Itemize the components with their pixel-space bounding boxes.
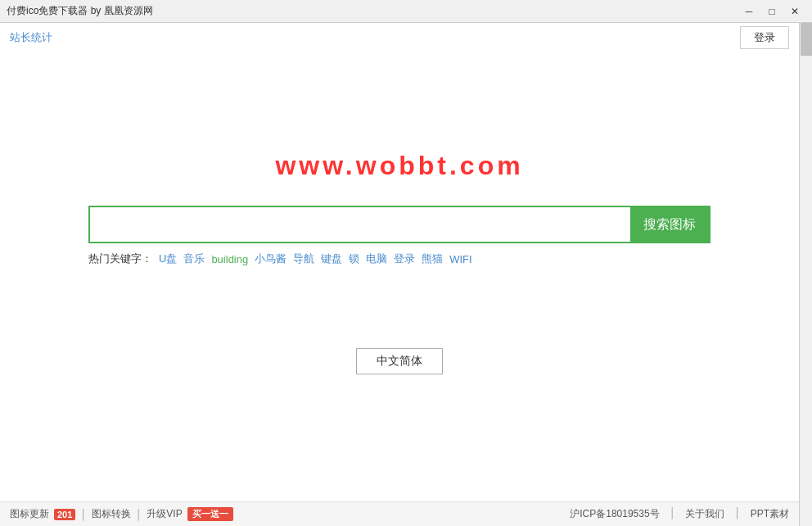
keyword-link[interactable]: 熊猫	[422, 252, 443, 266]
hot-label: 热门关键字：	[88, 252, 152, 266]
main-area: 站长统计 登录 www.wobbt.com 搜索图标 热门关键字： U盘音乐bu…	[0, 23, 799, 526]
hot-keywords: 热门关键字： U盘音乐building小鸟酱导航键盘锁电脑登录熊猫WIFI	[88, 252, 710, 266]
titlebar-title: 付费ico免费下载器 by 凰凰资源网	[7, 4, 153, 18]
scrollbar[interactable]	[799, 23, 812, 526]
minimize-button[interactable]: ─	[738, 4, 760, 19]
search-button[interactable]: 搜索图标	[630, 207, 709, 242]
keyword-link[interactable]: 音乐	[183, 252, 205, 266]
lang-button[interactable]: 中文简体	[356, 348, 443, 374]
footer: 图标更新 201 │ 图标转换 │ 升级VIP 买一送一 沪ICP备180195…	[0, 501, 799, 526]
keyword-link[interactable]: 键盘	[321, 252, 342, 266]
vip-link[interactable]: 升级VIP	[147, 507, 182, 521]
footer-sep1: │	[80, 509, 87, 520]
icp-text: 沪ICP备18019535号	[570, 507, 659, 521]
ppt-link[interactable]: PPT素材	[751, 507, 789, 521]
site-stats-link[interactable]: 站长统计	[10, 30, 52, 45]
about-link[interactable]: 关于我们	[685, 507, 724, 521]
keyword-link[interactable]: 锁	[349, 252, 359, 266]
center-area: www.wobbt.com 搜索图标 热门关键字： U盘音乐building小鸟…	[0, 151, 799, 374]
titlebar-controls: ─ □ ✕	[738, 4, 805, 19]
search-input[interactable]	[90, 207, 630, 242]
close-button[interactable]: ✕	[784, 4, 805, 19]
keyword-link[interactable]: WIFI	[449, 253, 471, 265]
keyword-link[interactable]: building	[211, 253, 248, 265]
convert-link[interactable]: 图标转换	[92, 507, 131, 521]
topbar: 站长统计 登录	[0, 23, 799, 52]
logo-text: www.wobbt.com	[275, 151, 523, 181]
footer-sep4: │	[734, 507, 741, 521]
footer-sep2: │	[136, 509, 142, 520]
footer-icp: 沪ICP备18019535号 │ 关于我们 │ PPT素材	[570, 507, 789, 521]
titlebar: 付费ico免费下载器 by 凰凰资源网 ─ □ ✕	[0, 0, 812, 23]
footer-sep3: │	[670, 507, 676, 521]
keyword-link[interactable]: 小鸟酱	[255, 252, 286, 266]
search-bar: 搜索图标	[88, 206, 710, 243]
scrollbar-thumb[interactable]	[801, 23, 812, 56]
keyword-link[interactable]: 登录	[394, 252, 415, 266]
login-button[interactable]: 登录	[740, 26, 789, 49]
keyword-link[interactable]: 电脑	[366, 252, 387, 266]
keyword-link[interactable]: 导航	[293, 252, 314, 266]
update-count-badge: 201	[54, 509, 75, 520]
footer-left: 图标更新 201 │ 图标转换 │ 升级VIP 买一送一	[10, 507, 233, 521]
update-label: 图标更新	[10, 507, 49, 521]
keyword-link[interactable]: U盘	[159, 252, 177, 266]
maximize-button[interactable]: □	[761, 4, 783, 19]
promo-badge: 买一送一	[187, 507, 233, 521]
